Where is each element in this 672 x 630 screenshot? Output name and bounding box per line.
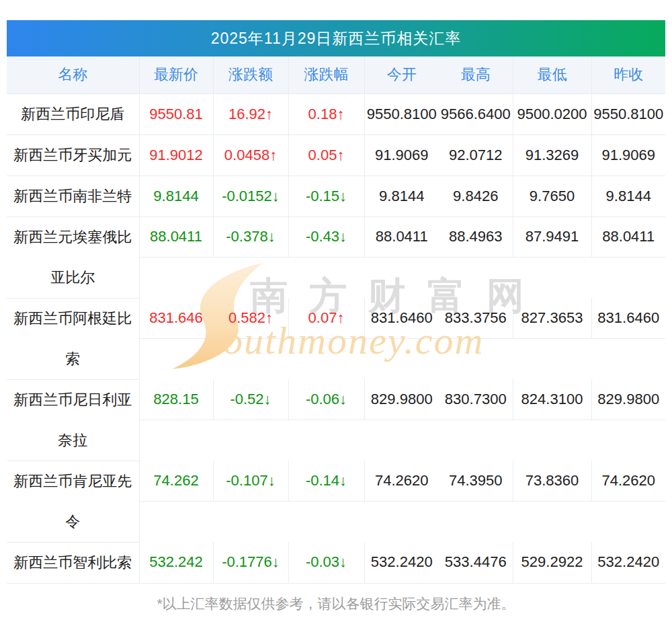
table-row: 新西兰元埃塞俄比亚比尔88.0411-0.378↓-0.43↓88.041188… (7, 216, 665, 258)
high-cell: 92.0712 (439, 134, 513, 175)
header-name: 名称 (7, 56, 139, 93)
open-cell: 9550.8100 (364, 93, 439, 134)
high-cell: 88.4963 (439, 216, 513, 258)
change-amount-cell: -0.0152↓ (213, 175, 288, 216)
change-percent-cell: 0.07↑ (288, 298, 364, 339)
disclaimer-note: *以上汇率数据仅供参考，请以各银行实际交易汇率为准。 (7, 594, 665, 613)
change-amount-cell: -0.378↓ (213, 216, 288, 258)
prev-close-cell: 532.2420 (591, 542, 665, 583)
name-cell: 新西兰币南非兰特 (7, 175, 139, 216)
change-amount-cell: 16.92↑ (213, 93, 288, 134)
change-amount-cell: 0.582↑ (213, 298, 288, 339)
low-cell: 824.3100 (513, 379, 591, 420)
rates-table: 名称 最新价 涨跌额 涨跌幅 今开 最高 最低 昨收 新西兰币印尼盾9550.8… (7, 56, 665, 584)
currency-pair-name: 新西兰币尼日利亚奈拉 (13, 391, 132, 448)
change-amount-cell: 0.0458↑ (213, 134, 288, 175)
empty-filler-cell (139, 258, 665, 299)
page: 2025年11月29日新西兰币相关汇率 名称 最新价 涨跌额 涨跌幅 今开 最高… (0, 0, 672, 613)
change-percent-cell: -0.14↓ (288, 461, 364, 502)
low-cell: 87.9491 (513, 216, 591, 258)
currency-pair-name: 新西兰币阿根廷比索 (13, 310, 132, 367)
open-cell: 9.8144 (364, 175, 439, 216)
header-change-amount: 涨跌额 (213, 56, 288, 93)
title-bar: 2025年11月29日新西兰币相关汇率 (7, 20, 665, 56)
change-percent-cell: -0.03↓ (288, 542, 364, 583)
prev-close-cell: 831.6460 (591, 298, 665, 339)
table-row: 新西兰币阿根廷比索831.6460.582↑0.07↑831.6460833.3… (7, 298, 665, 339)
table-row: 新西兰币牙买加元91.90120.0458↑0.05↑91.906992.071… (7, 134, 665, 175)
change-percent-cell: 0.18↑ (288, 93, 364, 134)
latest-price-cell: 91.9012 (139, 134, 213, 175)
open-cell: 91.9069 (364, 134, 439, 175)
open-cell: 831.6460 (364, 298, 439, 339)
change-amount-cell: -0.52↓ (213, 379, 288, 420)
high-cell: 830.7300 (439, 379, 513, 420)
page-title: 2025年11月29日新西兰币相关汇率 (211, 30, 462, 47)
change-amount-cell: -0.107↓ (213, 461, 288, 502)
prev-close-cell: 829.9800 (591, 379, 665, 420)
name-cell: 新西兰币肯尼亚先令 (7, 461, 139, 542)
empty-filler-cell (139, 502, 665, 543)
change-percent-cell: -0.06↓ (288, 379, 364, 420)
low-cell: 91.3269 (513, 134, 591, 175)
currency-pair-name: 新西兰币肯尼亚先令 (13, 473, 132, 530)
header-open: 今开 (364, 56, 439, 93)
currency-pair-name: 新西兰元埃塞俄比亚比尔 (13, 229, 132, 286)
prev-close-cell: 9550.8100 (591, 93, 665, 134)
low-cell: 73.8360 (513, 461, 591, 502)
latest-price-cell: 74.262 (139, 461, 213, 502)
name-cell: 新西兰币牙买加元 (7, 134, 139, 175)
table-row: 新西兰币印尼盾9550.8116.92↑0.18↑9550.81009566.6… (7, 93, 665, 134)
empty-filler-cell (139, 339, 665, 380)
open-cell: 532.2420 (364, 542, 439, 583)
low-cell: 9500.0200 (513, 93, 591, 134)
high-cell: 9.8426 (439, 175, 513, 216)
table-row: 新西兰币南非兰特9.8144-0.0152↓-0.15↓9.81449.8426… (7, 175, 665, 216)
prev-close-cell: 91.9069 (591, 134, 665, 175)
header-latest-price: 最新价 (139, 56, 213, 93)
name-cell: 新西兰币阿根廷比索 (7, 298, 139, 379)
prev-close-cell: 9.8144 (591, 175, 665, 216)
high-cell: 833.3756 (439, 298, 513, 339)
latest-price-cell: 9550.81 (139, 93, 213, 134)
open-cell: 829.9800 (364, 379, 439, 420)
low-cell: 827.3653 (513, 298, 591, 339)
header-high: 最高 (439, 56, 513, 93)
currency-pair-name: 新西兰币印尼盾 (21, 106, 124, 122)
table-row: 新西兰币肯尼亚先令74.262-0.107↓-0.14↓74.262074.39… (7, 461, 665, 502)
high-cell: 9566.6400 (439, 93, 513, 134)
table-header-row: 名称 最新价 涨跌额 涨跌幅 今开 最高 最低 昨收 (7, 56, 665, 93)
name-cell: 新西兰币智利比索 (7, 542, 139, 583)
empty-filler-cell (139, 420, 665, 461)
header-low: 最低 (513, 56, 591, 93)
latest-price-cell: 532.242 (139, 542, 213, 583)
high-cell: 533.4476 (439, 542, 513, 583)
latest-price-cell: 9.8144 (139, 175, 213, 216)
low-cell: 9.7650 (513, 175, 591, 216)
open-cell: 88.0411 (364, 216, 439, 258)
change-percent-cell: -0.15↓ (288, 175, 364, 216)
name-cell: 新西兰币尼日利亚奈拉 (7, 379, 139, 461)
low-cell: 529.2922 (513, 542, 591, 583)
table-row: 新西兰币尼日利亚奈拉828.15-0.52↓-0.06↓829.9800830.… (7, 379, 665, 420)
currency-pair-name: 新西兰币南非兰特 (13, 188, 132, 204)
name-cell: 新西兰元埃塞俄比亚比尔 (7, 216, 139, 298)
rate-table-body: 新西兰币印尼盾9550.8116.92↑0.18↑9550.81009566.6… (7, 93, 665, 583)
high-cell: 74.3950 (439, 461, 513, 502)
change-amount-cell: -0.1776↓ (213, 542, 288, 583)
table-row: 新西兰币智利比索532.242-0.1776↓-0.03↓532.2420533… (7, 542, 665, 583)
latest-price-cell: 88.0411 (139, 216, 213, 258)
currency-pair-name: 新西兰币智利比索 (13, 554, 132, 571)
header-change-percent: 涨跌幅 (288, 56, 364, 93)
header-prev-close: 昨收 (591, 56, 665, 93)
open-cell: 74.2620 (364, 461, 439, 502)
currency-pair-name: 新西兰币牙买加元 (13, 147, 132, 163)
name-cell: 新西兰币印尼盾 (7, 93, 139, 134)
change-percent-cell: -0.43↓ (288, 216, 364, 258)
prev-close-cell: 88.0411 (591, 216, 665, 258)
latest-price-cell: 831.646 (139, 298, 213, 339)
change-percent-cell: 0.05↑ (288, 134, 364, 175)
prev-close-cell: 74.2620 (591, 461, 665, 502)
latest-price-cell: 828.15 (139, 379, 213, 420)
